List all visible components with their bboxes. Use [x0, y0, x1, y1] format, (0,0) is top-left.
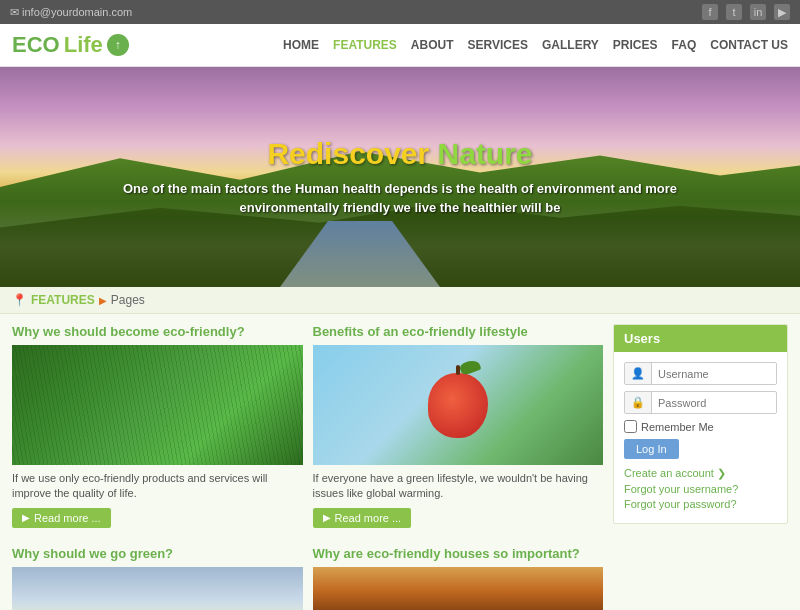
breadcrumb-pages: Pages: [111, 293, 145, 307]
main-nav: HOME FEATURES ABOUT SERVICES GALLERY PRI…: [283, 38, 788, 52]
remember-me-label: Remember Me: [641, 421, 714, 433]
user-icon: 👤: [625, 363, 652, 384]
apple-shape: [428, 373, 488, 438]
article-2-read-more[interactable]: ▶ Read more ...: [313, 508, 412, 528]
nav-gallery[interactable]: GALLERY: [542, 38, 599, 52]
article-2-text: If everyone have a green lifestyle, we w…: [313, 471, 604, 502]
youtube-icon[interactable]: ▶: [774, 4, 790, 20]
article-4-image: [313, 567, 604, 610]
nav-services[interactable]: SERVICES: [468, 38, 528, 52]
twitter-icon[interactable]: t: [726, 4, 742, 20]
breadcrumb: 📍 FEATURES ▶ Pages: [0, 287, 800, 314]
create-account-link[interactable]: Create an account ❯: [624, 467, 777, 480]
main-content: Why we should become eco-friendly? If we…: [0, 314, 800, 610]
hero-title: Rediscover Nature: [267, 137, 532, 171]
social-icons: f t in ▶: [702, 4, 790, 20]
hero-content: Rediscover Nature One of the main factor…: [0, 67, 800, 287]
remember-me-checkbox[interactable]: [624, 420, 637, 433]
password-input-row: 🔒: [624, 391, 777, 414]
article-3: Why should we go green?: [12, 546, 303, 610]
article-1-image: [12, 345, 303, 465]
article-3-image: [12, 567, 303, 610]
article-1: Why we should become eco-friendly? If we…: [12, 324, 303, 536]
login-button[interactable]: Log In: [624, 439, 679, 459]
logo-life: Life: [64, 32, 103, 58]
users-widget: Users 👤 🔒 Remember Me Log In Create an a…: [613, 324, 788, 524]
read-more-arrow-icon-2: ▶: [323, 512, 331, 523]
lock-icon: 🔒: [625, 392, 652, 413]
breadcrumb-features[interactable]: FEATURES: [31, 293, 95, 307]
nav-contact[interactable]: CONTACT US: [710, 38, 788, 52]
article-3-title[interactable]: Why should we go green?: [12, 546, 303, 561]
widget-body: 👤 🔒 Remember Me Log In Create an account…: [614, 352, 787, 523]
nav-home[interactable]: HOME: [283, 38, 319, 52]
article-1-text: If we use only eco-friendly products and…: [12, 471, 303, 502]
password-input[interactable]: [652, 393, 776, 413]
article-2-image: [313, 345, 604, 465]
hero-section: Rediscover Nature One of the main factor…: [0, 67, 800, 287]
nav-prices[interactable]: PRICES: [613, 38, 658, 52]
article-2: Benefits of an eco-friendly lifestyle If…: [313, 324, 604, 536]
username-input-row: 👤: [624, 362, 777, 385]
username-input[interactable]: [652, 364, 776, 384]
nav-about[interactable]: ABOUT: [411, 38, 454, 52]
nav-features[interactable]: FEATURES: [333, 38, 397, 52]
widget-title: Users: [614, 325, 787, 352]
top-bar: ✉ info@yourdomain.com f t in ▶: [0, 0, 800, 24]
article-1-read-more[interactable]: ▶ Read more ...: [12, 508, 111, 528]
article-1-title[interactable]: Why we should become eco-friendly?: [12, 324, 303, 339]
email-address: ✉ info@yourdomain.com: [10, 6, 132, 19]
hero-title-nature: Nature: [438, 137, 533, 170]
hero-title-rediscover: Rediscover: [267, 137, 429, 170]
nav-faq[interactable]: FAQ: [672, 38, 697, 52]
article-4: Why are eco-friendly houses so important…: [313, 546, 604, 610]
remember-me-row: Remember Me: [624, 420, 777, 433]
breadcrumb-arrow-icon: ▶: [99, 295, 107, 306]
logo-eco: ECO: [12, 32, 60, 58]
sidebar: Users 👤 🔒 Remember Me Log In Create an a…: [613, 324, 788, 610]
articles-grid: Why we should become eco-friendly? If we…: [12, 324, 603, 610]
forgot-password-link[interactable]: Forgot your password?: [624, 498, 777, 510]
facebook-icon[interactable]: f: [702, 4, 718, 20]
read-more-arrow-icon: ▶: [22, 512, 30, 523]
breadcrumb-pin-icon: 📍: [12, 293, 27, 307]
logo-icon: ↑: [107, 34, 129, 56]
logo: ECOLife ↑: [12, 32, 129, 58]
linkedin-icon[interactable]: in: [750, 4, 766, 20]
forgot-username-link[interactable]: Forgot your username?: [624, 483, 777, 495]
header: ECOLife ↑ HOME FEATURES ABOUT SERVICES G…: [0, 24, 800, 67]
article-4-title[interactable]: Why are eco-friendly houses so important…: [313, 546, 604, 561]
article-2-title[interactable]: Benefits of an eco-friendly lifestyle: [313, 324, 604, 339]
hero-subtitle: One of the main factors the Human health…: [123, 179, 677, 218]
